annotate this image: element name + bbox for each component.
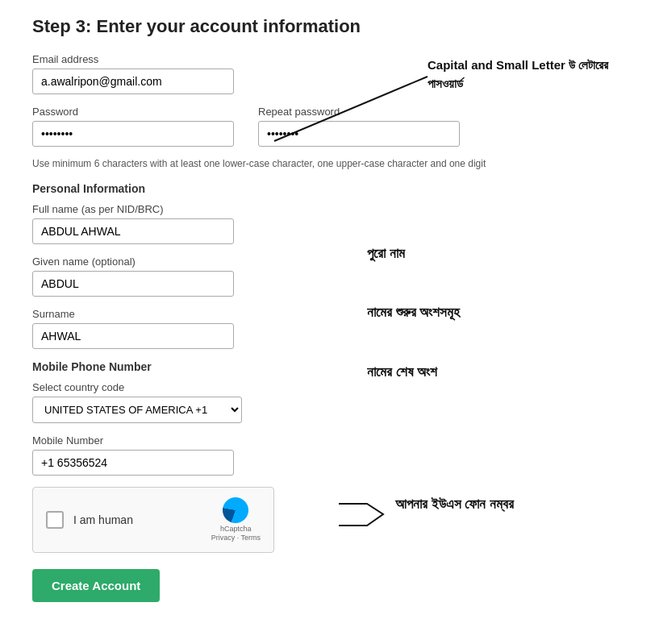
password-hint: Use minimum 6 characters with at least o…: [32, 158, 492, 169]
password-label: Password: [32, 106, 234, 118]
country-code-group: Select country code UNITED STATES OF AME…: [32, 381, 627, 423]
page-title: Step 3: Enter your account information: [32, 16, 627, 37]
given-name-input[interactable]: [32, 271, 234, 297]
captcha-checkbox[interactable]: [46, 511, 64, 529]
captcha-privacy-label: Privacy · Terms: [211, 534, 261, 542]
annotation-surname: নামের শেষ অংশ: [367, 364, 437, 380]
mobile-number-group: Mobile Number: [32, 434, 627, 476]
full-name-label: Full name (as per NID/BRC): [32, 203, 627, 215]
surname-label: Surname: [32, 308, 627, 320]
full-name-input[interactable]: [32, 218, 234, 244]
mobile-number-input[interactable]: [32, 450, 234, 476]
captcha-brand-label: hCaptcha: [220, 525, 252, 534]
country-code-label: Select country code: [32, 381, 627, 393]
annotation-given-name: নামের শুরুর অংশসমূহ: [367, 305, 460, 321]
create-account-button[interactable]: Create Account: [32, 569, 160, 602]
password-group: Password: [32, 106, 234, 147]
surname-group: Surname: [32, 308, 627, 349]
annotation-password: Capital and Small Letter উ লেটারের পাসওয…: [428, 56, 627, 93]
captcha-widget[interactable]: I am human hCaptcha Privacy · Terms: [32, 487, 274, 553]
repeat-password-group: Repeat password: [258, 106, 460, 147]
hcaptcha-icon: [223, 497, 248, 523]
mobile-number-label: Mobile Number: [32, 434, 627, 447]
mobile-title: Mobile Phone Number: [32, 360, 627, 373]
given-name-group: Given name (optional): [32, 256, 627, 297]
password-input[interactable]: [32, 121, 234, 147]
country-code-select[interactable]: UNITED STATES OF AMERICA +1 UNITED KINGD…: [32, 397, 242, 423]
given-name-label: Given name (optional): [32, 256, 627, 268]
surname-input[interactable]: [32, 323, 234, 349]
annotation-full-name: পুরো নাম: [367, 246, 405, 262]
repeat-password-label: Repeat password: [258, 106, 460, 118]
captcha-label: I am human: [73, 513, 203, 526]
full-name-group: Full name (as per NID/BRC): [32, 203, 627, 244]
password-row: Password Repeat password: [32, 106, 627, 147]
captcha-logo: hCaptcha Privacy · Terms: [211, 497, 261, 542]
annotation-phone: আপনার ইউএস ফোন নম্বর: [395, 497, 514, 513]
personal-info-title: Personal Information: [32, 182, 627, 195]
email-input[interactable]: [32, 69, 234, 94]
repeat-password-input[interactable]: [258, 121, 460, 147]
